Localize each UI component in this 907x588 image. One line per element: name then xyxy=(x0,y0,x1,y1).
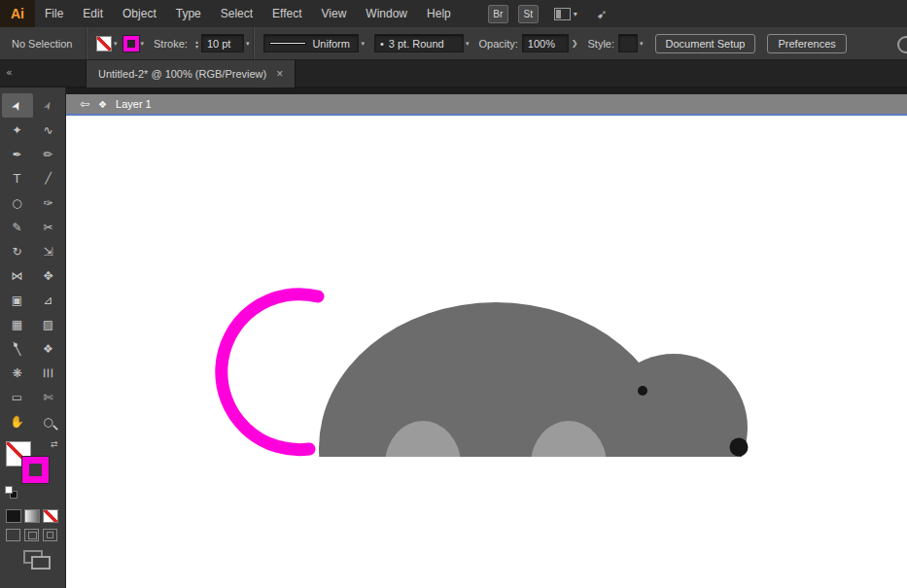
menu-window[interactable]: Window xyxy=(356,0,417,27)
stroke-profile-preview xyxy=(269,42,306,45)
screen-mode-button[interactable] xyxy=(23,550,52,571)
selection-status: No Selection xyxy=(12,38,74,50)
default-fill-chip xyxy=(5,486,13,494)
type-tool[interactable]: T xyxy=(2,166,33,190)
opacity-flyout-icon[interactable]: ❯ xyxy=(572,39,578,48)
menu-edit[interactable]: Edit xyxy=(73,0,113,27)
lasso-tool[interactable]: ∿ xyxy=(33,118,64,142)
partial-panel-icon[interactable] xyxy=(897,36,907,53)
shaper-tool[interactable]: ✎ xyxy=(2,215,33,239)
mouse-tail[interactable] xyxy=(222,294,318,450)
chevron-down-icon[interactable]: ▾ xyxy=(141,40,145,48)
stroke-swatch[interactable] xyxy=(22,457,49,483)
collapse-panel-button[interactable]: « xyxy=(6,66,13,79)
stroke-weight-field[interactable]: 10 pt xyxy=(201,34,244,52)
chevron-down-icon[interactable]: ▾ xyxy=(114,40,118,48)
scale-tool[interactable]: ⇲ xyxy=(33,239,64,263)
slice-tool[interactable]: ✄ xyxy=(33,385,64,409)
layers-icon: ❖ xyxy=(98,99,107,110)
menu-select[interactable]: Select xyxy=(211,0,262,27)
draw-inside-button[interactable] xyxy=(43,529,57,541)
selection-tool[interactable]: ➤ xyxy=(2,93,33,118)
stroke-weight-value: 10 pt xyxy=(207,38,230,50)
menu-view[interactable]: View xyxy=(312,0,357,27)
opacity-field[interactable]: 100% xyxy=(522,34,569,52)
color-mode-buttons xyxy=(0,509,65,523)
opacity-label: Opacity: xyxy=(478,38,517,50)
mesh-tool[interactable]: ▦ xyxy=(2,312,33,336)
gpu-performance-icon[interactable]: ➹ xyxy=(597,7,608,21)
hand-tool[interactable]: ✋ xyxy=(2,409,33,433)
workspace-switcher[interactable]: ▾ xyxy=(554,8,577,20)
perspective-grid-tool[interactable]: ⊿ xyxy=(33,288,64,312)
line-segment-tool[interactable]: ╱ xyxy=(33,166,64,190)
canvas[interactable] xyxy=(66,116,907,588)
width-tool[interactable]: ⋈ xyxy=(2,263,33,288)
mouse-eye[interactable] xyxy=(638,386,647,396)
bridge-button[interactable]: Br xyxy=(488,5,508,23)
blend-tool[interactable]: ❖ xyxy=(33,336,64,361)
slice-tool-icon: ✄ xyxy=(43,391,52,404)
chevron-down-icon[interactable]: ▾ xyxy=(246,40,250,48)
column-graph-tool[interactable]: ☰ xyxy=(33,361,64,385)
width-profile-value: Uniform xyxy=(312,38,350,50)
stroke-weight-stepper[interactable]: ▴ ▾ xyxy=(195,39,198,49)
menu-file[interactable]: File xyxy=(35,0,73,27)
column-graph-tool-icon: ☰ xyxy=(41,367,54,378)
stroke-color-swatch[interactable] xyxy=(123,36,139,52)
scissors-tool[interactable]: ✂ xyxy=(33,215,64,239)
stock-button[interactable]: St xyxy=(518,5,539,23)
blend-tool-icon: ❖ xyxy=(43,342,53,356)
illustrator-window: Ai FileEditObjectTypeSelectEffectViewWin… xyxy=(0,0,907,588)
eyedropper-tool[interactable]: ╲ xyxy=(2,336,33,361)
fill-color-swatch[interactable] xyxy=(96,36,112,52)
draw-behind-button[interactable] xyxy=(24,529,39,541)
document-tab[interactable]: Untitled-2* @ 100% (RGB/Preview) × xyxy=(86,60,296,87)
brush-dropdown[interactable]: • 3 pt. Round xyxy=(374,34,464,52)
shape-builder-tool[interactable]: ▣ xyxy=(2,288,33,312)
separator xyxy=(253,27,254,59)
artboard-tool[interactable]: ▭ xyxy=(2,385,33,409)
menu-object[interactable]: Object xyxy=(113,0,166,27)
screen-mode-rect-front xyxy=(31,556,51,570)
menu-help[interactable]: Help xyxy=(417,0,461,27)
menu-type[interactable]: Type xyxy=(166,0,211,27)
gradient-button[interactable] xyxy=(24,509,40,523)
document-top-strip xyxy=(66,87,907,94)
preferences-button[interactable]: Preferences xyxy=(767,34,846,53)
document-setup-button[interactable]: Document Setup xyxy=(655,34,756,53)
chevron-down-icon[interactable]: ▾ xyxy=(361,40,365,48)
mouse-nose[interactable] xyxy=(730,438,749,457)
gradient-tool-icon: ▨ xyxy=(43,318,53,331)
color-button[interactable] xyxy=(6,509,21,523)
artwork-clip xyxy=(66,116,907,457)
close-icon[interactable]: × xyxy=(276,67,283,81)
opacity-value: 100% xyxy=(528,38,555,50)
back-arrow-icon[interactable]: ⇦ xyxy=(80,97,89,111)
style-swatch[interactable] xyxy=(618,34,638,52)
drawing-mode-buttons xyxy=(0,529,65,541)
none-button[interactable] xyxy=(43,509,58,523)
brush-dot-icon: • xyxy=(380,38,384,50)
curvature-tool[interactable]: ✏ xyxy=(33,142,64,166)
zoom-tool[interactable]: ○ xyxy=(33,409,64,433)
magic-wand-tool[interactable]: ✦ xyxy=(2,118,33,142)
tools-panel: ➤➢✦∿✒✏T╱○✑✎✂↻⇲⋈✥▣⊿▦▨╲❖❋☰▭✄✋○ ⇄ xyxy=(0,87,66,588)
chevron-down-icon[interactable]: ▾ xyxy=(640,40,644,48)
paintbrush-tool[interactable]: ✑ xyxy=(33,190,64,215)
chevron-down-icon[interactable]: ▾ xyxy=(466,40,470,48)
stepper-down-icon[interactable]: ▾ xyxy=(195,44,198,49)
width-profile-dropdown[interactable]: Uniform xyxy=(263,34,359,52)
control-bar: No Selection ▾ ▾ Stroke: ▴ ▾ 10 pt ▾ Uni… xyxy=(0,27,907,60)
free-transform-tool[interactable]: ✥ xyxy=(33,263,64,288)
swap-fill-stroke-icon[interactable]: ⇄ xyxy=(51,439,58,449)
default-fill-stroke-icon[interactable] xyxy=(5,486,17,499)
rotate-tool[interactable]: ↻ xyxy=(2,239,33,263)
draw-normal-button[interactable] xyxy=(6,529,20,541)
symbol-sprayer-tool[interactable]: ❋ xyxy=(2,361,33,385)
menu-effect[interactable]: Effect xyxy=(262,0,311,27)
gradient-tool[interactable]: ▨ xyxy=(33,312,64,336)
pen-tool[interactable]: ✒ xyxy=(2,142,33,166)
ellipse-tool[interactable]: ○ xyxy=(2,190,33,215)
direct-selection-tool[interactable]: ➢ xyxy=(33,93,64,118)
